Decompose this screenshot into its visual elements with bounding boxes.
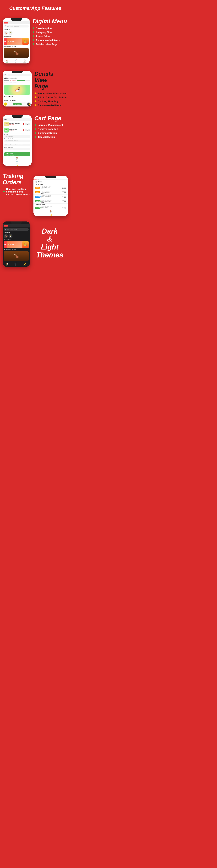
- remove-btn-1[interactable]: ✕: [23, 123, 24, 125]
- dark-promo-text: Delicious: [7, 243, 23, 246]
- feature-table: ❖ Table Selection: [34, 135, 68, 138]
- cart-total[interactable]: Total: $ 279 Confirm your order...: [4, 152, 30, 156]
- nav-order-tracking[interactable]: 🌙: [33, 214, 68, 216]
- price-original: $ 150.00: [4, 80, 9, 81]
- dark-promo-ff: FF: [4, 241, 7, 248]
- dark-mode-button[interactable]: 🌙: [27, 102, 31, 106]
- dark-cat-icon-2[interactable]: 🥗: [8, 234, 12, 238]
- nav-cart-tracking[interactable]: 🛒: [33, 212, 68, 214]
- dark-promo-food: 🍔: [23, 241, 29, 248]
- cart-icon-button[interactable]: 🛒: [4, 102, 7, 106]
- nav-cart-cart-page[interactable]: 🛒 Cart: [3, 160, 32, 164]
- back-arrow[interactable]: < Back: [4, 74, 8, 75]
- arrow-icon-d4: ❖: [34, 104, 37, 107]
- feature-remove-cart: ❖ Remove from Cart: [34, 128, 68, 130]
- details-view-heading: Details View Page: [34, 71, 68, 90]
- phone-mockup-details: < Back Chicken Noodles $ 150.00 $ 100.00…: [3, 71, 32, 106]
- tracking-feature-desc: ❖ User can tracking completed and curren…: [3, 188, 31, 196]
- cat-icon-1[interactable]: 🍗: [4, 31, 8, 35]
- dark-demo-label: demo: [4, 225, 8, 226]
- name-field: Name * Enter Your Name: [4, 134, 30, 137]
- dark-nav-order[interactable]: 🌙 My Order: [23, 263, 26, 266]
- arrow-icon-c3: ❖: [34, 132, 37, 134]
- feature-detail-desc: ❖ Product Detail Description: [34, 92, 68, 95]
- arrow-icon-1: ❖: [33, 27, 35, 30]
- dark-demo-bar: demo ···: [3, 224, 30, 227]
- order-row-completed-1: Delivered © 12:21 pm | Oct 03 2020 ODR-1…: [33, 206, 68, 210]
- order-details-3: © 4:48 pm | Oct 04 2020 ODR-14011026519 …: [41, 195, 61, 198]
- cart-qty-2: − 1 +: [25, 129, 30, 131]
- current-order-label: Current Order: [33, 184, 68, 186]
- phone-notch-details: [12, 71, 23, 73]
- order-icon: 📋: [24, 60, 26, 61]
- tracking-features: ❖ User can tracking completed and curren…: [3, 188, 31, 196]
- order-icon-2: 🌙: [16, 164, 18, 165]
- arrow-icon-d3: ❖: [34, 100, 37, 103]
- nav-shop-tracking[interactable]: 🏠: [33, 210, 68, 212]
- dark-nav-shop[interactable]: 🏠 Shop: [6, 263, 8, 266]
- qty-plus-1[interactable]: +: [28, 123, 30, 125]
- order-store-1: demo: [41, 188, 61, 189]
- phone-mockup-dark: demo ··· 🔍 Search for Products... Catego…: [3, 221, 30, 267]
- order-details-4: © 11:16 am | Oct 04 2020 ODR-14011017624…: [41, 199, 61, 203]
- nav-shop[interactable]: 🏠 Shop: [6, 60, 8, 63]
- digital-menu-heading: Digital Menu: [33, 18, 68, 25]
- order-store-4: demo: [41, 202, 61, 203]
- order-status-1: Pending: [35, 187, 40, 189]
- tracking-heading: Traking Orders: [3, 173, 31, 186]
- promo-banner: FF Delicious 🍔: [4, 38, 29, 45]
- cart-form: Name * Enter Your Name Phone Number * En…: [3, 133, 32, 152]
- dark-search-bar[interactable]: 🔍 Search for Products...: [4, 228, 29, 231]
- remove-btn-2[interactable]: ✕: [23, 129, 24, 131]
- cart-page-heading: Cart Page: [34, 115, 68, 122]
- feature-item-search: ❖ Search option: [33, 27, 68, 30]
- order-row-4: Delivered © 11:16 am | Oct 04 2020 ODR-1…: [33, 199, 68, 204]
- phone-mockup-cart: Cart 🍜 Chicken Noodles $ 150.00 ✕ − 1 +: [3, 115, 32, 165]
- cart-icon: 🛒: [14, 60, 17, 61]
- arrow-icon-5: ❖: [33, 43, 35, 45]
- dark-nav-cart[interactable]: 🛒 Cart: [14, 263, 17, 266]
- order-details-completed-1: © 12:21 pm | Oct 03 2020 ODR-140110... d…: [41, 206, 61, 209]
- feature-cooking-time: ❖ Cooking Time Tag: [34, 100, 68, 103]
- feature-add-cart: ❖ Add to Cart & Cart Button: [34, 96, 68, 99]
- table-select[interactable]: Select Your Table: [4, 148, 30, 150]
- product-details-text: Chicken Noodles: [4, 97, 30, 98]
- cart-item-name-1: Chicken Noodles: [9, 123, 22, 124]
- product-details-label: Product Details: [4, 96, 30, 97]
- cart-qty-1: − 1 +: [25, 123, 30, 125]
- dark-cart-icon: 🛒: [14, 263, 17, 265]
- phone-screen-tracking: demo ··· My Order Current Order Pending …: [33, 176, 68, 216]
- qty-minus-2[interactable]: −: [25, 129, 27, 131]
- order-store-completed-1: demo: [41, 208, 61, 209]
- order-amount-completed-1: Bill Amount $ ...: [62, 207, 66, 209]
- add-to-cart-button[interactable]: Add To Cart: [13, 103, 22, 105]
- dark-cat-icon-1[interactable]: 🍗: [4, 234, 8, 238]
- feature-item-promo: ❖ Promo Slider: [33, 35, 68, 38]
- nav-shop-cart-page[interactable]: 🏠 Shop: [3, 157, 32, 160]
- arrow-icon-3: ❖: [33, 35, 35, 38]
- digital-menu-phone: demo ··· 🔍 Search for Products... Catego…: [3, 18, 30, 63]
- comment-label: Comment: [4, 143, 30, 144]
- order-amount-3: Bill Amount $ 22.00: [62, 196, 66, 198]
- phone-mockup-tracking: demo ··· My Order Current Order Pending …: [33, 176, 68, 216]
- bottom-nav: 🏠 Shop 🛒 Cart 📋 My Order: [3, 59, 30, 63]
- cart-item-info-1: Chicken Noodles $ 150.00: [9, 123, 22, 125]
- name-input[interactable]: Enter Your Name: [4, 135, 30, 137]
- promo-food-image: 🍔: [23, 38, 29, 45]
- arrow-icon-t1: ❖: [3, 190, 5, 193]
- qty-plus-2[interactable]: +: [28, 129, 30, 131]
- phone-input[interactable]: Enter Your Phone Number: [4, 140, 30, 142]
- nav-cart[interactable]: 🛒 Cart: [14, 60, 17, 63]
- qty-minus-1[interactable]: −: [25, 123, 27, 125]
- search-bar[interactable]: 🔍 Search for Products...: [4, 25, 29, 28]
- dark-category-icons: 🍗 🥗: [3, 234, 30, 239]
- order-row-2: Pending © 5:21 pm | Oct 04 2020 ODR-1401…: [33, 190, 68, 194]
- details-view-text: Details View Page ❖ Product Detail Descr…: [34, 71, 68, 108]
- order-amount-1: Bill Amount $ 229.00: [62, 187, 66, 189]
- cart-icon-3: 🛒: [50, 212, 52, 214]
- dark-promo-delicious: Delicious: [8, 244, 22, 245]
- cat-icon-2[interactable]: 🥗: [8, 31, 12, 35]
- comment-input[interactable]: Write Your Comment for Store Owners: [4, 144, 30, 146]
- nav-myorder[interactable]: 📋 My Order: [23, 60, 26, 63]
- nav-order-cart-page[interactable]: 🌙: [3, 164, 32, 165]
